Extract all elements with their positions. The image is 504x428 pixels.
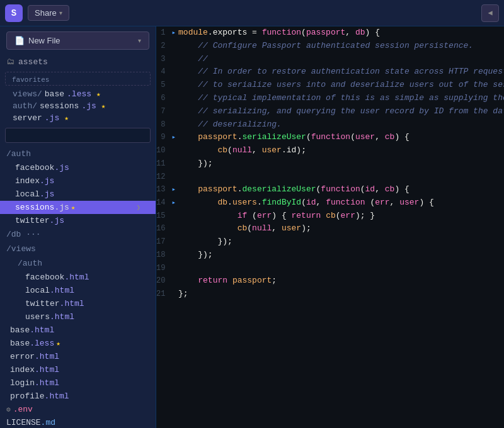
line-number: 14: [156, 196, 171, 210]
sidebar-item-login-html[interactable]: login.html: [0, 376, 156, 390]
table-row: 21};: [156, 288, 504, 301]
code-line: if (err) { return cb(err); }: [176, 210, 504, 223]
logo: S: [5, 4, 23, 22]
line-number: 16: [156, 222, 171, 235]
code-line: db.users.findById(id, function (err, use…: [176, 196, 504, 210]
line-number: 12: [156, 171, 171, 183]
code-line: cb(null, user.id);: [176, 144, 504, 157]
share-button[interactable]: Share ▾: [28, 5, 69, 21]
new-file-button[interactable]: 📄 New File ▾: [6, 31, 149, 50]
line-number: 11: [156, 157, 171, 171]
arrow-indicator: ▸: [171, 26, 176, 40]
table-row: 17 });: [156, 235, 504, 249]
sidebar-item-index-auth[interactable]: index.js: [0, 174, 156, 188]
star-icon: ★: [56, 339, 60, 347]
table-row: 7 // serializing, and querying the user …: [156, 105, 504, 118]
table-row: 5 // to serialize users into and deseria…: [156, 79, 504, 92]
table-row: 13▸ passport.deserializeUser(function(id…: [156, 183, 504, 196]
line-number: 10: [156, 144, 171, 157]
fav-item-base-less[interactable]: views/base.less ★: [0, 88, 156, 100]
code-line: // In order to restore authentication st…: [176, 65, 504, 79]
share-chevron-icon: ▾: [59, 9, 62, 16]
folder-icon: 🗂: [6, 57, 14, 67]
arrow-indicator: [171, 40, 176, 53]
table-row: 2 // Configure Passport authenticated se…: [156, 40, 504, 53]
sidebar-dir-db[interactable]: /db ···: [0, 227, 156, 242]
fav-item-server-js[interactable]: server.js ★: [0, 112, 156, 124]
share-label: Share: [35, 8, 57, 18]
code-line: return passport;: [176, 274, 504, 288]
sidebar: 📄 New File ▾ 🗂 assets favorites views/ba…: [0, 26, 156, 428]
sidebar-item-facebook[interactable]: facebook.js: [0, 161, 156, 174]
code-line: // serializing, and querying the user re…: [176, 105, 504, 118]
line-number: 7: [156, 105, 171, 118]
arrow-indicator: [171, 210, 176, 223]
code-line: passport.serializeUser(function(user, cb…: [176, 131, 504, 144]
line-number: 2: [156, 40, 171, 53]
arrow-indicator: ▸: [171, 183, 176, 196]
arrow-indicator: [171, 171, 176, 183]
code-line: passport.deserializeUser(function(id, cb…: [176, 183, 504, 196]
collapse-button[interactable]: ◀: [481, 4, 499, 22]
code-line: //: [176, 53, 504, 66]
sidebar-item-sessions-active[interactable]: sessions.js ★ ❯: [0, 201, 156, 214]
sidebar-dir-views[interactable]: /views: [0, 242, 156, 256]
chevron-right-icon: ❯: [136, 203, 140, 211]
search-input[interactable]: [5, 128, 151, 143]
arrow-indicator: [171, 235, 176, 249]
fav-item-sessions-js[interactable]: auth/sessions.js ★: [0, 100, 156, 112]
code-line: };: [176, 288, 504, 301]
table-row: 18 });: [156, 249, 504, 262]
table-row: 14▸ db.users.findById(id, function (err,…: [156, 196, 504, 210]
code-line: cb(null, user);: [176, 222, 504, 235]
line-number: 20: [156, 274, 171, 288]
new-file-chevron-icon: ▾: [138, 37, 141, 44]
sidebar-item-base-html[interactable]: base.html: [0, 324, 156, 337]
sidebar-item-local-html[interactable]: local.html: [0, 284, 156, 297]
line-number: 18: [156, 249, 171, 262]
sidebar-item-index-html[interactable]: index.html: [0, 363, 156, 376]
arrow-indicator: [171, 105, 176, 118]
line-number: 19: [156, 262, 171, 274]
arrow-indicator: [171, 274, 176, 288]
table-row: 12: [156, 171, 504, 183]
code-line: [176, 171, 504, 183]
arrow-indicator: [171, 53, 176, 66]
sidebar-item-twitter-auth[interactable]: twitter.js: [0, 214, 156, 227]
favorites-section: favorites: [5, 72, 151, 86]
sidebar-item-profile-html[interactable]: profile.html: [0, 390, 156, 403]
table-row: 8 // deserializing.: [156, 118, 504, 132]
line-number: 4: [156, 65, 171, 79]
main-layout: 📄 New File ▾ 🗂 assets favorites views/ba…: [0, 26, 504, 428]
assets-label: assets: [18, 57, 48, 67]
sidebar-item-error-html[interactable]: error.html: [0, 350, 156, 363]
arrow-indicator: [171, 144, 176, 157]
arrow-indicator: [171, 79, 176, 92]
sidebar-item-twitter-html[interactable]: twitter.html: [0, 297, 156, 310]
code-table: 1▸module.exports = function(passport, db…: [156, 26, 504, 301]
line-number: 1: [156, 26, 171, 40]
code-editor[interactable]: 1▸module.exports = function(passport, db…: [156, 26, 504, 428]
sidebar-dir-auth[interactable]: /auth: [0, 147, 156, 161]
arrow-indicator: [171, 222, 176, 235]
sidebar-item-facebook-html[interactable]: facebook.html: [0, 271, 156, 284]
sidebar-item-users-html[interactable]: users.html: [0, 310, 156, 324]
sidebar-item-license[interactable]: LICENSE.md: [0, 416, 156, 428]
sidebar-dir-views-auth[interactable]: /auth: [0, 256, 156, 271]
sidebar-item-local-auth[interactable]: local.js: [0, 188, 156, 201]
line-number: 3: [156, 53, 171, 66]
table-row: 3 //: [156, 53, 504, 66]
sidebar-item-assets[interactable]: 🗂 assets: [0, 55, 156, 69]
code-line: // Configure Passport authenticated sess…: [176, 40, 504, 53]
favorites-label: favorites: [12, 76, 49, 84]
code-line: });: [176, 157, 504, 171]
code-line: module.exports = function(passport, db) …: [176, 26, 504, 40]
sidebar-item-env[interactable]: ⚙ .env: [0, 403, 156, 416]
code-line: });: [176, 249, 504, 262]
arrow-indicator: ▸: [171, 131, 176, 144]
table-row: 10 cb(null, user.id);: [156, 144, 504, 157]
sidebar-item-base-less[interactable]: base.less ★: [0, 337, 156, 350]
arrow-indicator: [171, 157, 176, 171]
code-line: });: [176, 235, 504, 249]
arrow-indicator: [171, 288, 176, 301]
